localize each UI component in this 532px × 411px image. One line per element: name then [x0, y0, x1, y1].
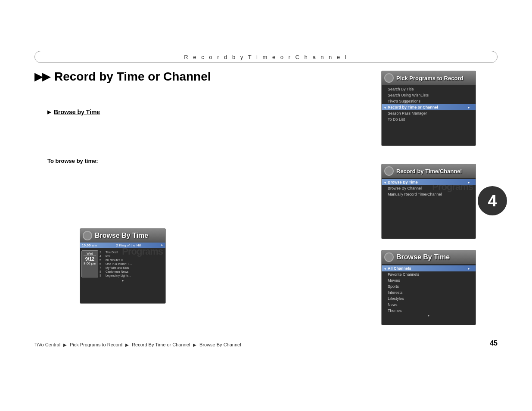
- ss-header-right1: Pick Programs to Record: [382, 71, 476, 85]
- title-arrows: ▶▶: [34, 71, 50, 83]
- screenshot-pick-programs: Pick Programs to Record Search By Title …: [381, 71, 476, 146]
- ss-bg-text-left: Programs: [122, 246, 163, 257]
- ss-menu-right1: Search By Title Search Using WishLists T…: [382, 85, 476, 124]
- page-title: Record by Time or Channel: [54, 70, 211, 84]
- menu-item-record-time: Record by Time or Channel: [382, 104, 476, 110]
- bbt-date-num: 9/12: [84, 256, 96, 262]
- ss-header-right3: Browse By Time: [382, 250, 476, 264]
- menu-item-lifestyles: Lifestyles: [382, 296, 476, 302]
- bbt-scroll-down: ▼: [80, 279, 165, 283]
- menu-item-suggestions: TiVo's Suggestions: [382, 98, 476, 104]
- breadcrumb: TiVo Central ▶ Pick Programs to Record ▶…: [34, 342, 241, 347]
- menu-item-fav-channels: Favorite Channels: [382, 271, 476, 277]
- tivo-logo-right1: [384, 73, 394, 83]
- tivo-logo-right2: [384, 166, 394, 176]
- menu-scroll-down: ▼: [382, 314, 476, 318]
- ss-title-right3: Browse By Time: [396, 253, 450, 261]
- screenshot-browse-channel-filter: Browse By Time All Channels Favorite Cha…: [381, 250, 476, 325]
- ss-header-right2: Record by Time/Channel: [382, 164, 476, 178]
- instruction-text: To browse by time:: [47, 158, 98, 164]
- menu-item-browse-time: Browse By Time: [382, 179, 476, 185]
- breadcrumb-sep-2: ▶: [125, 342, 130, 347]
- breadcrumb-sep-3: ▶: [193, 342, 198, 347]
- menu-item-season-pass: Season Pass Manager: [382, 110, 476, 116]
- ss-title-right2: Record by Time/Channel: [396, 168, 462, 174]
- breadcrumb-item-browse: Browse By Channel: [199, 342, 241, 347]
- ss-title-left: Browse By Time: [95, 232, 148, 240]
- chapter-number: 4: [488, 192, 497, 210]
- list-item: 560 Minutes II: [100, 258, 164, 262]
- list-item: 7My Wife and Kids: [100, 266, 164, 270]
- ss-menu-right3: All Channels Favorite Channels Movies Sp…: [382, 264, 476, 319]
- ss-header-left: Browse By Time: [80, 229, 165, 243]
- menu-item-all-channels: All Channels: [382, 265, 476, 271]
- breadcrumb-item-record: Record By Time or Channel: [132, 342, 190, 347]
- main-title-container: ▶▶ Record by Time or Channel: [34, 70, 211, 84]
- header-bar-text: R e c o r d b y T i m e o r C h a n n e …: [184, 54, 348, 60]
- chapter-badge: 4: [478, 186, 507, 215]
- header-bar: R e c o r d b y T i m e o r C h a n n e …: [34, 51, 498, 63]
- breadcrumb-item-pick: Pick Programs to Record: [70, 342, 122, 347]
- ss-title-right1: Pick Programs to Record: [396, 75, 463, 81]
- browse-arrow-icon: ▶: [47, 109, 51, 115]
- browse-link-text: Browse by Time: [54, 109, 100, 115]
- page-number: 45: [490, 339, 498, 347]
- screenshot-browse-by-time: Browse By Time Programs 10:00 am 2 King …: [80, 228, 166, 304]
- ss-menu-right2: Browse By Time Browse By Channel Manuall…: [382, 178, 476, 199]
- tivo-logo-left: [83, 231, 92, 240]
- list-item: 6One in a Million: T...: [100, 262, 164, 266]
- bbt-top-time: 10:00 am: [82, 243, 96, 247]
- menu-item-sports: Sports: [382, 283, 476, 290]
- menu-item-browse-channel: Browse By Channel: [382, 185, 476, 191]
- menu-item-movies: Movies: [382, 277, 476, 283]
- menu-item-wishlists: Search Using WishLists: [382, 92, 476, 98]
- bbt-date-box: Wed 9/12 8:00 pm: [81, 250, 98, 277]
- screenshot-record-by-time-channel: Record by Time/Channel Programs Browse B…: [381, 164, 476, 239]
- browse-by-time-link[interactable]: ▶ Browse by Time: [47, 109, 100, 115]
- menu-item-news: News: [382, 302, 476, 308]
- menu-item-interests: Interests: [382, 290, 476, 296]
- breadcrumb-item-tivo: TiVo Central: [34, 342, 60, 347]
- bbt-date-day: Wed: [84, 252, 96, 256]
- breadcrumb-sep-1: ▶: [63, 342, 68, 347]
- list-item: 8Cantonese News: [100, 270, 164, 274]
- menu-item-manual-record: Manually Record Time/Channel: [382, 191, 476, 197]
- bbt-date-time: 8:00 pm: [84, 262, 96, 265]
- menu-item-themes: Themes: [382, 308, 476, 314]
- menu-item-todo: To Do List: [382, 116, 476, 122]
- ss-right2-body: Programs Browse By Time Browse By Channe…: [382, 178, 476, 199]
- tivo-logo-right3: [384, 252, 394, 262]
- menu-item-search-title: Search By Title: [382, 86, 476, 92]
- list-item: 9Legendary Lights...: [100, 274, 164, 277]
